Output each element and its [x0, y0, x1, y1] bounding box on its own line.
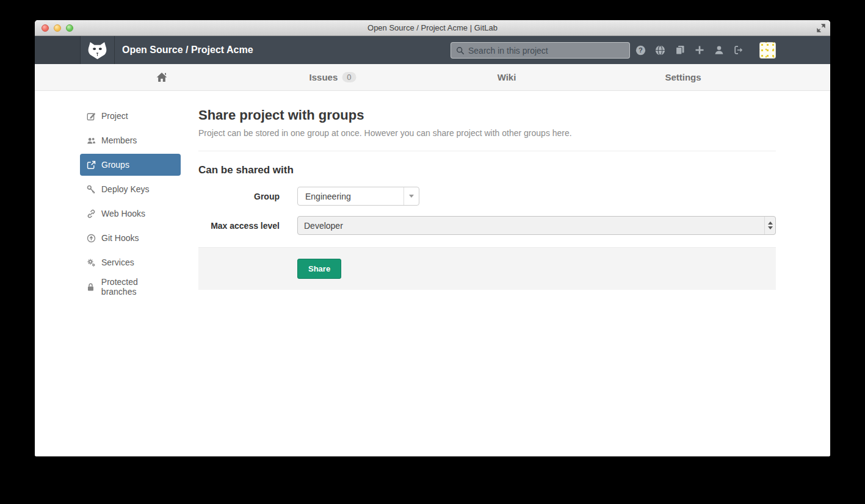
gears-icon — [86, 257, 96, 267]
content-area: Project Members — [35, 91, 830, 456]
header-left-pad — [35, 36, 80, 64]
project-nav: Issues 0 Wiki Settings — [35, 64, 830, 91]
group-select-value: Engineering — [298, 192, 404, 201]
section-title: Can be shared with — [198, 164, 776, 176]
project-title: Open Source / Project Acme — [122, 36, 253, 64]
sidebar-item-members[interactable]: Members — [80, 129, 181, 151]
settings-sidebar: Project Members — [35, 91, 181, 456]
copy-icon[interactable] — [675, 45, 685, 56]
page-title: Share project with groups — [198, 107, 776, 123]
share-square-icon — [86, 160, 96, 170]
sidebar-item-label: Services — [101, 257, 134, 267]
nav-item-settings[interactable]: Settings — [665, 64, 701, 90]
share-button[interactable]: Share — [297, 259, 341, 279]
users-icon — [86, 135, 96, 145]
sidebar-item-services[interactable]: Services — [80, 251, 181, 273]
home-icon — [156, 71, 168, 83]
sidebar-item-deploy-keys[interactable]: Deploy Keys — [80, 178, 181, 200]
globe-icon[interactable] — [655, 45, 665, 56]
group-label: Group — [198, 192, 280, 201]
user-icon[interactable] — [714, 45, 724, 56]
nav-item-settings-label: Settings — [665, 72, 701, 82]
gitlab-logo[interactable] — [80, 36, 115, 64]
tanuki-icon — [88, 41, 107, 60]
lock-icon — [86, 282, 96, 292]
sidebar-item-web-hooks[interactable]: Web Hooks — [80, 203, 181, 225]
sidebar-item-project[interactable]: Project — [80, 105, 181, 127]
sidebar-item-protected-branches[interactable]: Protected branches — [80, 276, 181, 298]
header-actions: ? — [635, 36, 776, 64]
fullscreen-icon[interactable] — [816, 23, 826, 33]
issues-count-badge: 0 — [342, 72, 356, 82]
search-box[interactable] — [451, 42, 630, 59]
search-input[interactable] — [468, 46, 624, 56]
search-icon — [456, 46, 465, 55]
group-form-row: Group Engineering — [198, 187, 776, 206]
window-titlebar: Open Source / Project Acme | GitLab — [35, 20, 830, 36]
sidebar-item-groups[interactable]: Groups — [80, 154, 181, 176]
pencil-square-icon — [86, 111, 96, 121]
max-access-level-label: Max access level — [198, 221, 280, 231]
help-icon[interactable]: ? — [635, 45, 646, 56]
plus-icon[interactable] — [694, 45, 704, 56]
app-header: Open Source / Project Acme ? — [35, 36, 830, 64]
key-icon — [86, 184, 96, 194]
sidebar-item-label: Deploy Keys — [101, 184, 150, 194]
nav-item-home[interactable] — [156, 64, 168, 90]
nav-item-wiki-label: Wiki — [498, 72, 516, 82]
avatar[interactable] — [759, 42, 776, 59]
sidebar-item-label: Project — [101, 111, 128, 121]
sidebar-item-label: Protected branches — [101, 277, 175, 297]
chevron-down-icon — [404, 187, 419, 205]
nav-item-issues[interactable]: Issues 0 — [309, 64, 356, 90]
browser-window: Open Source / Project Acme | GitLab Ope — [35, 20, 830, 456]
nav-item-issues-label: Issues — [309, 72, 338, 82]
max-access-form-row: Max access level Developer — [198, 216, 776, 235]
group-select[interactable]: Engineering — [297, 187, 419, 206]
form-actions: Share — [198, 247, 776, 290]
arrow-circle-up-icon — [86, 233, 96, 243]
divider — [198, 151, 776, 151]
sidebar-item-git-hooks[interactable]: Git Hooks — [80, 227, 181, 249]
sidebar-item-label: Web Hooks — [101, 209, 145, 218]
desktop-background: Open Source / Project Acme | GitLab Ope — [0, 0, 865, 504]
svg-text:?: ? — [639, 46, 643, 54]
sidebar-item-label: Git Hooks — [101, 233, 139, 243]
main-content: Share project with groups Project can be… — [198, 91, 776, 456]
sidebar-item-label: Members — [101, 135, 137, 145]
page-description: Project can be stored in one group at on… — [198, 128, 776, 138]
nav-item-wiki[interactable]: Wiki — [498, 64, 516, 90]
sign-out-icon[interactable] — [733, 45, 744, 56]
max-access-level-value: Developer — [298, 221, 764, 231]
link-icon — [86, 209, 96, 218]
sidebar-item-label: Groups — [101, 160, 129, 170]
window-title: Open Source / Project Acme | GitLab — [35, 20, 830, 36]
max-access-level-select[interactable]: Developer — [297, 216, 776, 235]
select-stepper-icon — [764, 217, 775, 234]
